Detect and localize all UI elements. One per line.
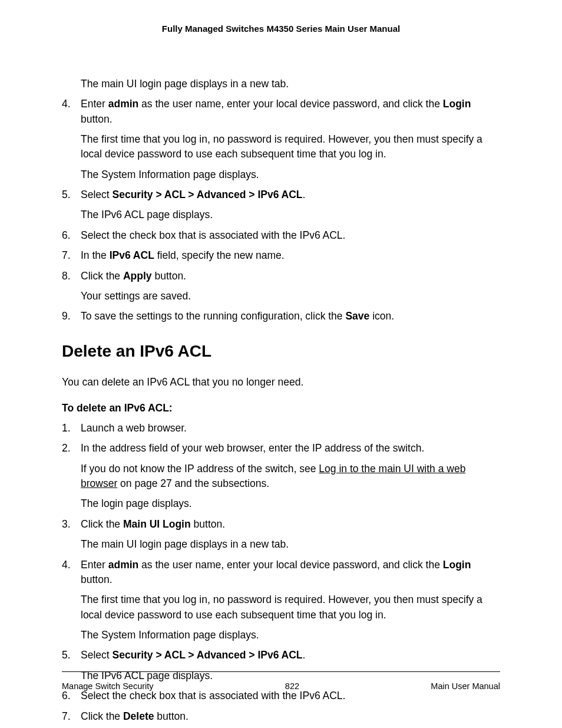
step-3: 3. Click the Main UI Login button. The m… xyxy=(62,517,500,552)
bold-text: Security > ACL > Advanced > IPv6 ACL xyxy=(113,649,303,661)
body-text: Enter admin as the user name, enter your… xyxy=(81,97,500,127)
bold-text: admin xyxy=(108,98,139,110)
body-text: The main UI login page displays in a new… xyxy=(81,77,500,91)
step-5: 5. Select Security > ACL > Advanced > IP… xyxy=(62,187,500,223)
step-4: 4. Enter admin as the user name, enter y… xyxy=(62,558,500,643)
step-number: 5. xyxy=(62,648,71,663)
body-text: The login page displays. xyxy=(81,496,500,511)
procedure-heading: To delete an IPv6 ACL: xyxy=(62,401,500,416)
body-text: The System Information page displays. xyxy=(81,167,500,182)
body-text: The first time that you log in, no passw… xyxy=(81,592,500,622)
body-text: Click the Delete button. xyxy=(81,709,500,724)
footer-divider xyxy=(62,671,500,672)
top-step-list: The main UI login page displays in a new… xyxy=(62,77,500,324)
body-text: In the IPv6 ACL field, specify the new n… xyxy=(81,248,500,263)
body-text: Launch a web browser. xyxy=(81,421,500,436)
bold-text: Security > ACL > Advanced > IPv6 ACL xyxy=(113,189,303,200)
step-2: 2. In the address field of your web brow… xyxy=(62,441,500,512)
section-heading: Delete an IPv6 ACL xyxy=(62,340,500,364)
body-text: The IPv6 ACL page displays. xyxy=(81,207,500,222)
page-content: The main UI login page displays in a new… xyxy=(62,77,500,724)
step-7: 7. In the IPv6 ACL field, specify the ne… xyxy=(62,248,500,263)
page-footer: Manage Switch Security 822 Main User Man… xyxy=(62,671,500,693)
body-text: To save the settings to the running conf… xyxy=(81,309,500,324)
body-text: Select Security > ACL > Advanced > IPv6 … xyxy=(81,648,500,663)
body-text: You can delete an IPv6 ACL that you no l… xyxy=(62,375,500,390)
body-text: Select the check box that is associated … xyxy=(81,228,500,243)
step-number: 1. xyxy=(62,421,71,436)
bold-text: Delete xyxy=(123,710,154,722)
body-text: Select Security > ACL > Advanced > IPv6 … xyxy=(81,187,500,202)
step-4: 4. Enter admin as the user name, enter y… xyxy=(62,97,500,182)
body-text: In the address field of your web browser… xyxy=(81,441,500,456)
step-number: 2. xyxy=(62,441,71,456)
step-7: 7. Click the Delete button. xyxy=(62,709,500,724)
body-text: Click the Apply button. xyxy=(81,269,500,284)
body-text: If you do not know the IP address of the… xyxy=(81,462,500,492)
step-3-continuation: The main UI login page displays in a new… xyxy=(62,77,500,91)
bold-text: IPv6 ACL xyxy=(110,249,154,261)
step-number: 4. xyxy=(62,97,71,111)
footer-right: Main User Manual xyxy=(431,680,500,693)
body-text: The first time that you log in, no passw… xyxy=(81,132,500,162)
bold-text: Login xyxy=(443,98,471,110)
step-number: 4. xyxy=(62,558,71,572)
step-9: 9. To save the settings to the running c… xyxy=(62,309,500,324)
step-number: 9. xyxy=(62,309,71,324)
body-text: Enter admin as the user name, enter your… xyxy=(81,558,500,588)
step-number: 5. xyxy=(62,187,71,202)
footer-left: Manage Switch Security xyxy=(62,680,154,693)
step-number: 7. xyxy=(62,709,71,724)
bold-text: Login xyxy=(443,559,471,571)
body-text: Click the Main UI Login button. xyxy=(81,517,500,532)
footer-page-number: 822 xyxy=(285,680,299,693)
step-1: 1. Launch a web browser. xyxy=(62,421,500,436)
bold-text: Main UI Login xyxy=(123,518,191,530)
step-number: 7. xyxy=(62,248,71,263)
body-text: The main UI login page displays in a new… xyxy=(81,537,500,552)
body-text: The System Information page displays. xyxy=(81,628,500,643)
step-number: 6. xyxy=(62,228,71,243)
step-number: 8. xyxy=(62,269,71,284)
bold-text: Save xyxy=(345,310,369,322)
step-8: 8. Click the Apply button. Your settings… xyxy=(62,269,500,304)
bold-text: admin xyxy=(108,559,139,571)
step-number: 3. xyxy=(62,517,71,532)
body-text: Your settings are saved. xyxy=(81,289,500,304)
page-header: Fully Managed Switches M4350 Series Main… xyxy=(62,22,500,35)
bold-text: Apply xyxy=(123,270,152,282)
step-6: 6. Select the check box that is associat… xyxy=(62,228,500,243)
